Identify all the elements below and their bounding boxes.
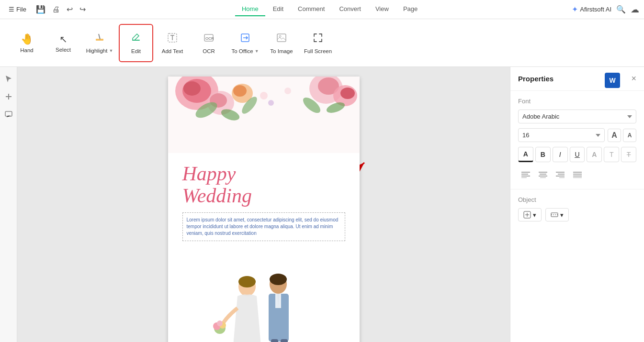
nav-tabs: Home Edit Comment Convert View Page (235, 2, 424, 16)
tab-edit[interactable]: Edit (266, 2, 290, 16)
toimage-icon (276, 32, 287, 46)
floral-header (168, 77, 360, 153)
undo-button[interactable]: ↩ (65, 3, 75, 16)
format-t-button[interactable]: T (604, 147, 619, 162)
object-align-button[interactable]: ▾ (518, 208, 542, 221)
tooffice-arrow-icon: ▼ (255, 49, 259, 54)
select-tool-button[interactable]: ↖ Select (46, 24, 80, 62)
panel-header: Properties × (510, 67, 644, 91)
title-bar-right: ✦ Afirstsoft AI 🔍 ☁ (572, 4, 639, 15)
tab-view[interactable]: View (369, 2, 395, 16)
hand-tool-button[interactable]: 🤚 Hand (10, 24, 44, 62)
main-area: Happy Wedding Lorem ipsum dolor sit amet… (0, 67, 644, 342)
tab-home[interactable]: Home (235, 2, 265, 16)
title-bar-left: ☰ File 💾 🖨 ↩ ↪ (5, 3, 88, 16)
wedding-content: Happy Wedding Lorem ipsum dolor sit amet… (168, 153, 360, 255)
align-center-button[interactable] (535, 167, 551, 182)
addtext-tool-button[interactable]: Add Text (155, 24, 190, 62)
edit-tool-button[interactable]: Edit (119, 24, 153, 62)
object-align-arrow: ▾ (533, 211, 536, 219)
ocr-label: OCR (203, 48, 215, 54)
happy-text: Happy (182, 163, 236, 185)
object-distribute-button[interactable]: ▾ (545, 208, 569, 221)
svg-point-29 (268, 100, 274, 106)
hamburger-icon: ☰ (9, 6, 14, 13)
title-bar: ☰ File 💾 🖨 ↩ ↪ Home Edit Comment Convert… (0, 0, 644, 19)
font-size-buttons: A A (608, 129, 636, 142)
ai-star-icon: ✦ (572, 5, 578, 14)
ocr-tool-button[interactable]: OCR OCR (192, 24, 226, 62)
font-size-row: 16 A A (518, 128, 636, 142)
underline-button[interactable]: U (570, 147, 585, 162)
svg-point-30 (284, 88, 291, 94)
svg-point-14 (183, 81, 201, 96)
hand-label: Hand (20, 47, 34, 53)
happy-wedding-title: Happy Wedding (182, 163, 345, 207)
highlight-label-row: Highlight ▼ (86, 48, 113, 54)
italic-button[interactable]: I (553, 147, 568, 162)
font-section: Font Adobe Arabic 16 A A A B I U (510, 91, 644, 189)
svg-rect-43 (281, 339, 288, 342)
couple-illustration (168, 255, 360, 342)
font-increase-button[interactable]: A (608, 129, 621, 142)
toimage-tool-button[interactable]: To Image (264, 24, 299, 62)
svg-point-39 (270, 274, 287, 285)
format-row: A B I U A T T (518, 147, 636, 162)
edit-icon (130, 32, 142, 46)
font-decrease-button[interactable]: A (623, 129, 636, 142)
highlight-label: Highlight (86, 48, 108, 54)
document-area[interactable]: Happy Wedding Lorem ipsum dolor sit amet… (17, 67, 510, 342)
tooffice-label-row: To Office ▼ (231, 48, 259, 54)
toolbar: 🤚 Hand ↖ Select Highlight ▼ Edit (0, 19, 644, 67)
object-section: Object ▾ ▾ (510, 189, 644, 228)
print-button[interactable]: 🖨 (50, 3, 62, 16)
search-button[interactable]: 🔍 (616, 5, 626, 14)
font-color-button[interactable]: A (518, 147, 533, 162)
tab-comment[interactable]: Comment (291, 2, 331, 16)
highlight-arrow-icon: ▼ (109, 48, 113, 53)
ai-button[interactable]: ✦ Afirstsoft AI (572, 5, 611, 14)
left-sidebar (0, 67, 17, 342)
tab-convert[interactable]: Convert (332, 2, 368, 16)
align-row (518, 167, 636, 182)
toimage-label: To Image (270, 48, 293, 54)
properties-panel: W Properties × Font Adobe Arabic 16 A A (510, 67, 644, 342)
word-icon-label: W (609, 77, 615, 84)
bold-button[interactable]: B (535, 147, 551, 162)
format-a-button[interactable]: A (587, 147, 602, 162)
svg-text:OCR: OCR (205, 36, 214, 41)
lorem-text-box[interactable]: Lorem ipsum dolor sit amet, consectetur … (182, 212, 345, 241)
tooffice-icon (239, 32, 251, 46)
select-label: Select (56, 47, 71, 53)
align-justify-button[interactable] (570, 167, 585, 182)
highlight-tool-button[interactable]: Highlight ▼ (82, 24, 117, 62)
save-button[interactable]: 💾 (34, 3, 47, 16)
svg-rect-63 (551, 213, 558, 217)
font-name-select[interactable]: Adobe Arabic (518, 110, 636, 123)
tab-page[interactable]: Page (396, 2, 424, 16)
lorem-text: Lorem ipsum dolor sit amet, consectetur … (187, 217, 339, 236)
file-menu[interactable]: ☰ File (5, 4, 30, 15)
svg-rect-41 (275, 294, 281, 308)
document-page: Happy Wedding Lorem ipsum dolor sit amet… (168, 77, 360, 342)
sidebar-cursor-icon[interactable] (2, 72, 15, 85)
format-t2-button[interactable]: T (621, 147, 636, 162)
sidebar-comment-icon[interactable] (2, 108, 15, 121)
word-icon: W (605, 73, 620, 88)
svg-point-37 (217, 320, 223, 326)
align-right-button[interactable] (553, 167, 568, 182)
svg-point-28 (260, 92, 268, 99)
redo-button[interactable]: ↪ (78, 3, 88, 16)
tooffice-tool-button[interactable]: To Office ▼ (228, 24, 262, 62)
font-size-select[interactable]: 16 (518, 128, 605, 142)
fullscreen-label: Full Screen (304, 48, 332, 54)
panel-close-button[interactable]: × (631, 74, 636, 84)
ocr-icon: OCR (203, 32, 215, 46)
svg-rect-42 (271, 339, 278, 342)
svg-point-8 (279, 35, 281, 37)
align-left-button[interactable] (518, 167, 533, 182)
cloud-icon: ☁ (631, 4, 639, 15)
fullscreen-tool-button[interactable]: Full Screen (301, 24, 335, 62)
ai-label: Afirstsoft AI (580, 6, 611, 13)
sidebar-plus-icon[interactable] (2, 90, 15, 103)
